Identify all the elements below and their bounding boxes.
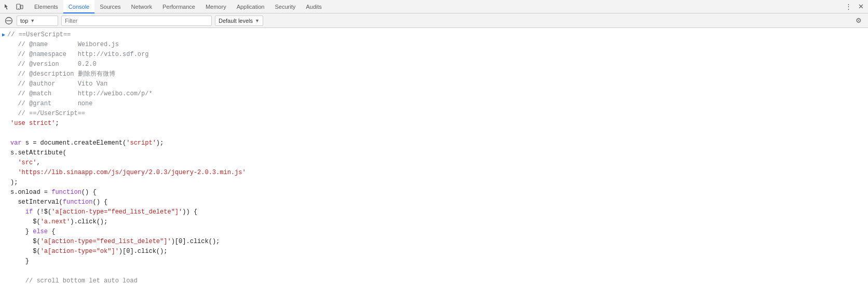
context-value: top bbox=[20, 18, 28, 24]
console-line: 'src', bbox=[0, 158, 868, 168]
tab-network[interactable]: Network bbox=[126, 0, 157, 13]
tab-memory[interactable]: Memory bbox=[200, 0, 232, 13]
console-line: $('a[action-type="feed_list_delete"]')[0… bbox=[0, 237, 868, 247]
console-line: s.setAttribute( bbox=[0, 148, 868, 158]
console-toolbar: top ▼ Default levels ▼ ⚙ bbox=[0, 13, 868, 28]
more-dots-icon: ⋮ bbox=[845, 3, 852, 10]
code-content: s.onload = function() { bbox=[10, 188, 864, 197]
console-line: s.onload = function() { bbox=[0, 188, 868, 197]
tab-elements[interactable]: Elements bbox=[29, 0, 63, 13]
code-content: s.setAttribute( bbox=[10, 148, 864, 158]
code-content: // @match http://weibo.com/p/* bbox=[10, 89, 864, 98]
context-select[interactable]: top ▼ bbox=[17, 16, 58, 26]
code-content: $('a[action-type="ok"]')[0].click(); bbox=[10, 247, 864, 256]
code-content: // @grant none bbox=[10, 99, 864, 108]
console-line: // ==/UserScript== bbox=[0, 109, 868, 119]
default-levels-select[interactable]: Default levels ▼ bbox=[215, 16, 263, 26]
code-content: // @author Vito Van bbox=[10, 79, 864, 89]
code-content: // ==UserScript== bbox=[7, 30, 864, 39]
code-content: // @version 0.2.0 bbox=[10, 60, 864, 69]
code-content: // @description 删除所有微博 bbox=[10, 69, 864, 79]
code-content: } bbox=[10, 257, 864, 266]
clear-console-icon[interactable] bbox=[4, 16, 13, 25]
svg-rect-1 bbox=[21, 5, 23, 9]
tab-sources[interactable]: Sources bbox=[94, 0, 126, 13]
expand-caret[interactable]: ▶ bbox=[2, 31, 5, 39]
console-line: // @namespace http://vito.sdf.org bbox=[0, 50, 868, 60]
tab-audits[interactable]: Audits bbox=[301, 0, 327, 13]
tab-performance[interactable]: Performance bbox=[157, 0, 200, 13]
levels-dropdown-icon: ▼ bbox=[255, 18, 260, 23]
console-line: var s = document.createElement('script')… bbox=[0, 138, 868, 148]
devtools-tab-bar: Elements Console Sources Network Perform… bbox=[0, 0, 868, 13]
more-icon[interactable]: ⋮ bbox=[843, 2, 853, 12]
code-content: $('a[action-type="feed_list_delete"]')[0… bbox=[10, 237, 864, 246]
device-icon[interactable] bbox=[15, 2, 25, 12]
code-content: setInterval(function() { bbox=[10, 197, 864, 207]
console-line: // @grant none bbox=[0, 99, 868, 109]
console-line: // @description 删除所有微博 bbox=[0, 69, 868, 79]
console-output: ▶ // ==UserScript== // @name Weibored.js… bbox=[0, 28, 868, 284]
console-line: } bbox=[0, 257, 868, 266]
console-line: $('a[action-type="ok"]')[0].click(); bbox=[0, 247, 868, 257]
close-icon: ✕ bbox=[858, 3, 864, 10]
code-content: var s = document.createElement('script')… bbox=[10, 138, 864, 148]
code-content: 'https://lib.sinaapp.com/js/jquery/2.0.3… bbox=[10, 168, 864, 177]
gear-icon: ⚙ bbox=[856, 17, 862, 24]
console-line: } else { bbox=[0, 227, 868, 237]
console-line: // @match http://weibo.com/p/* bbox=[0, 89, 868, 99]
settings-icon[interactable]: ⚙ bbox=[853, 16, 864, 26]
code-content: $('a.next').click(); bbox=[10, 217, 864, 226]
filter-input[interactable] bbox=[61, 16, 212, 26]
console-line: // @name Weibored.js bbox=[0, 40, 868, 50]
console-line: // @author Vito Van bbox=[0, 79, 868, 89]
tab-application[interactable]: Application bbox=[232, 0, 270, 13]
left-toolbar-icons bbox=[2, 2, 29, 12]
console-line: 'use strict'; bbox=[0, 119, 868, 129]
console-line: $('a.next').click(); bbox=[0, 217, 868, 227]
console-line: if (!$('a[action-type="feed_list_delete"… bbox=[0, 207, 868, 217]
console-line: ); bbox=[0, 178, 868, 188]
code-content: 'src', bbox=[10, 158, 864, 167]
code-content: // scroll bottom let auto load bbox=[10, 276, 864, 284]
code-content: } else { bbox=[10, 227, 864, 236]
svg-point-2 bbox=[18, 8, 19, 8]
right-toolbar-icons: ⋮ ✕ bbox=[841, 2, 866, 12]
console-line: 'https://lib.sinaapp.com/js/jquery/2.0.3… bbox=[0, 168, 868, 178]
code-content bbox=[10, 266, 864, 276]
console-line bbox=[0, 266, 868, 276]
tab-console[interactable]: Console bbox=[63, 0, 94, 13]
tab-security[interactable]: Security bbox=[269, 0, 301, 13]
code-content: // ==/UserScript== bbox=[10, 109, 864, 118]
console-line bbox=[0, 129, 868, 138]
context-dropdown-icon: ▼ bbox=[30, 18, 35, 23]
code-content: if (!$('a[action-type="feed_list_delete"… bbox=[10, 207, 864, 217]
console-line: ▶ // ==UserScript== bbox=[0, 30, 868, 40]
close-devtools-icon[interactable]: ✕ bbox=[856, 2, 866, 12]
code-content: ); bbox=[10, 178, 864, 187]
code-content: // @name Weibored.js bbox=[10, 40, 864, 49]
code-content: // @namespace http://vito.sdf.org bbox=[10, 50, 864, 59]
console-line: // scroll bottom let auto load bbox=[0, 276, 868, 284]
levels-label: Default levels bbox=[219, 18, 253, 24]
inspect-icon[interactable] bbox=[2, 2, 12, 12]
console-line: setInterval(function() { bbox=[0, 197, 868, 207]
code-content bbox=[10, 129, 864, 138]
console-line: // @version 0.2.0 bbox=[0, 60, 868, 69]
code-content: 'use strict'; bbox=[10, 119, 864, 128]
